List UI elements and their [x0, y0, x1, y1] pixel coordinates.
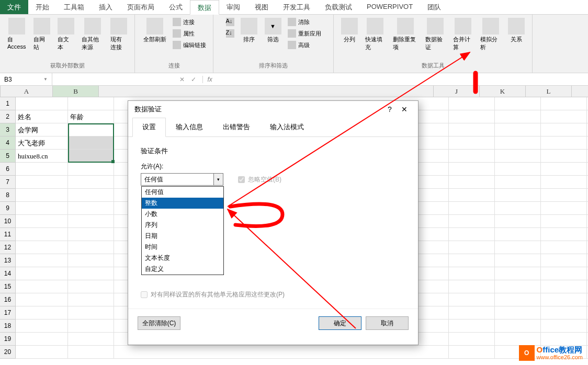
dialog-titlebar[interactable]: 数据验证 ? ✕	[128, 101, 418, 118]
cell-A4[interactable]: 大飞老师	[16, 136, 68, 150]
row-header-18[interactable]: 18	[0, 320, 16, 333]
cell-A7[interactable]	[16, 176, 68, 189]
tab-dev[interactable]: 开发工具	[276, 0, 318, 14]
cell-J14[interactable]	[449, 267, 495, 280]
cell-K4[interactable]	[495, 136, 541, 150]
tab-team[interactable]: 团队	[420, 0, 448, 14]
cell-B15[interactable]	[68, 280, 114, 293]
cell-L12[interactable]	[541, 241, 587, 254]
cell-J5[interactable]	[449, 150, 495, 163]
cell-J16[interactable]	[449, 293, 495, 306]
cell-J7[interactable]	[449, 176, 495, 189]
btn-from-access[interactable]: 自 Access	[4, 17, 29, 51]
cell-B16[interactable]	[68, 293, 114, 306]
btn-clear[interactable]: 清除	[286, 17, 323, 27]
cell-K17[interactable]	[495, 306, 541, 320]
cell-A15[interactable]	[16, 280, 68, 293]
cell-L11[interactable]	[541, 228, 587, 241]
col-header-A[interactable]: A	[1, 86, 53, 97]
cell-K7[interactable]	[495, 176, 541, 189]
btn-remove-dup[interactable]: 删除重复项	[390, 17, 421, 52]
cell-B8[interactable]	[68, 189, 114, 202]
row-header-16[interactable]: 16	[0, 293, 16, 306]
cell-B14[interactable]	[68, 267, 114, 280]
row-header-11[interactable]: 11	[0, 228, 16, 241]
cell-K10[interactable]	[495, 215, 541, 228]
cell-A12[interactable]	[16, 241, 68, 254]
cell-L3[interactable]	[541, 123, 587, 136]
cell-L9[interactable]	[541, 202, 587, 215]
name-box-dropdown-icon[interactable]: ▼	[43, 77, 48, 82]
cell-J19[interactable]	[449, 333, 495, 346]
cell-L15[interactable]	[541, 280, 587, 293]
tab-insert[interactable]: 插入	[92, 0, 120, 14]
tab-data[interactable]: 数据	[190, 0, 219, 15]
row-header-19[interactable]: 19	[0, 333, 16, 346]
cell-B19[interactable]	[68, 333, 114, 346]
btn-sort-asc[interactable]: A↓	[224, 17, 236, 27]
cell-K12[interactable]	[495, 241, 541, 254]
cell-J20[interactable]	[449, 346, 495, 359]
row-header-2[interactable]: 2	[0, 110, 16, 123]
btn-connections[interactable]: 连接	[171, 17, 208, 27]
btn-text-to-columns[interactable]: 分列	[338, 17, 361, 44]
accept-formula-icon[interactable]: ✓	[191, 76, 196, 83]
cell-J3[interactable]	[449, 123, 495, 136]
cell-B3[interactable]	[68, 123, 114, 136]
cell-K9[interactable]	[495, 202, 541, 215]
cell-A2[interactable]: 姓名	[16, 110, 68, 123]
tab-file[interactable]: 文件	[0, 0, 28, 14]
cell-A1[interactable]	[16, 97, 68, 110]
btn-advanced[interactable]: 高级	[286, 40, 323, 50]
row-header-8[interactable]: 8	[0, 189, 16, 202]
opt-decimal[interactable]: 小数	[142, 209, 223, 220]
btn-filter[interactable]: ▼筛选	[262, 17, 285, 44]
row-header-12[interactable]: 12	[0, 241, 16, 254]
col-header-J[interactable]: J	[434, 86, 480, 97]
btn-reapply[interactable]: 重新应用	[286, 28, 323, 39]
cell-J12[interactable]	[449, 241, 495, 254]
btn-sort-desc[interactable]: Z↓	[224, 28, 236, 39]
cell-B12[interactable]	[68, 241, 114, 254]
tab-view[interactable]: 视图	[247, 0, 276, 14]
cell-L14[interactable]	[541, 267, 587, 280]
cell-K11[interactable]	[495, 228, 541, 241]
cell-J9[interactable]	[449, 202, 495, 215]
cell-L4[interactable]	[541, 136, 587, 150]
cell-A14[interactable]	[16, 267, 68, 280]
cell-J10[interactable]	[449, 215, 495, 228]
cell-L17[interactable]	[541, 306, 587, 320]
btn-from-other[interactable]: 自其他来源	[78, 17, 106, 52]
dialog-tab-settings[interactable]: 设置	[132, 118, 166, 137]
cell-B20[interactable]	[68, 346, 114, 359]
col-header-L[interactable]: L	[526, 86, 572, 97]
cell-J8[interactable]	[449, 189, 495, 202]
cell-K18[interactable]	[495, 320, 541, 333]
row-header-15[interactable]: 15	[0, 280, 16, 293]
row-header-14[interactable]: 14	[0, 267, 16, 280]
dialog-close-button[interactable]: ✕	[397, 105, 412, 113]
cell-B7[interactable]	[68, 176, 114, 189]
tab-loadtest[interactable]: 负载测试	[318, 0, 359, 14]
cell-L1[interactable]	[541, 97, 587, 110]
cell-B1[interactable]	[68, 97, 114, 110]
tab-review[interactable]: 审阅	[219, 0, 247, 14]
cell-L8[interactable]	[541, 189, 587, 202]
cell-L2[interactable]	[541, 110, 587, 123]
cancel-formula-icon[interactable]: ✕	[179, 76, 185, 83]
cell-K19[interactable]	[495, 333, 541, 346]
btn-edit-links[interactable]: 编辑链接	[171, 40, 208, 50]
col-header-B[interactable]: B	[53, 86, 99, 97]
opt-time[interactable]: 时间	[142, 242, 223, 253]
combo-dropdown-icon[interactable]: ▾	[213, 174, 223, 185]
cell-J1[interactable]	[449, 97, 495, 110]
ok-button[interactable]: 确定	[319, 316, 361, 330]
btn-flash-fill[interactable]: 快速填充	[362, 17, 389, 52]
tab-powerpivot[interactable]: POWERPIVOT	[359, 0, 420, 14]
cell-J4[interactable]	[449, 136, 495, 150]
cell-K13[interactable]	[495, 254, 541, 267]
row-header-4[interactable]: 4	[0, 136, 16, 150]
opt-list[interactable]: 序列	[142, 220, 223, 231]
cell-K2[interactable]	[495, 110, 541, 123]
cell-L5[interactable]	[541, 150, 587, 163]
